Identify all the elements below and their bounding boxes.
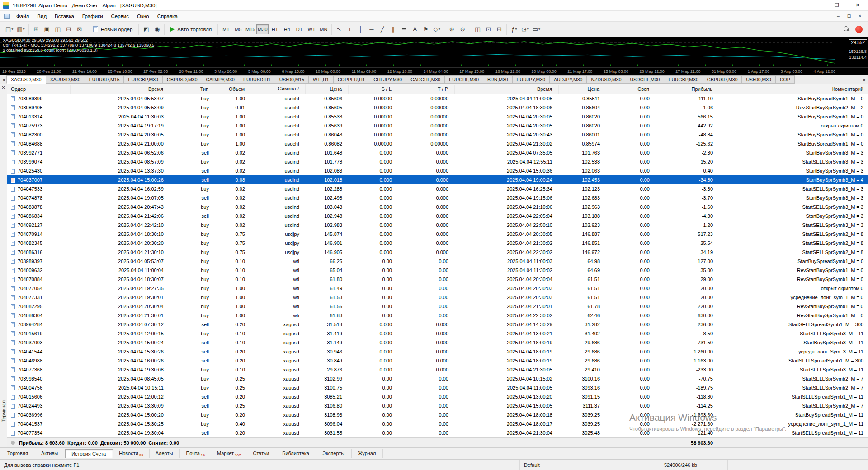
column-header-order[interactable]: Ордер (7, 85, 71, 94)
timeframe-mn[interactable]: MN (317, 24, 330, 34)
menu-view[interactable]: Вид (33, 12, 51, 21)
chart-canvas[interactable] (0, 37, 868, 67)
column-header-open-price[interactable]: Цена (306, 85, 349, 94)
chart-tab[interactable]: GBPUSD,M30 (163, 75, 202, 84)
table-row[interactable]: 703992771 2025.04.04 06:52:06 sell 0.02 … (7, 148, 868, 157)
trendline-button[interactable]: ╱ (377, 24, 388, 35)
text-button[interactable]: A (410, 24, 420, 35)
chart-tab[interactable]: US500,M30 (742, 75, 775, 84)
column-header-swap[interactable]: Своп (606, 85, 656, 94)
column-header-comment[interactable]: Комментарий (719, 85, 868, 94)
chart-tab[interactable]: CADCHF,M30 (406, 75, 445, 84)
column-header-volume[interactable]: Объем (215, 85, 251, 94)
chart-minimize-button[interactable]: – (833, 14, 844, 19)
menu-charts[interactable]: Графики (78, 12, 107, 21)
tab-alerts[interactable]: Алерты (150, 449, 180, 458)
table-row[interactable]: 704084688 2025.04.04 21:00:00 buy 1.00 u… (7, 139, 868, 148)
navigator-button[interactable]: ◫ (52, 24, 63, 35)
chart-tab[interactable]: XAUUSD,M30 (46, 75, 85, 84)
tab-scroll-right-icon[interactable]: ▶ (862, 75, 868, 84)
table-row[interactable]: 704077054 2025.04.04 19:27:35 buy 1.00 w… (7, 284, 868, 293)
chart-tab[interactable]: EURCHF,M30 (445, 75, 483, 84)
table-row[interactable]: 704036996 2025.04.04 15:00:20 buy 0.20 x… (7, 410, 868, 419)
table-row[interactable]: 704037007 2025.04.04 15:00:26 sell 0.08 … (7, 175, 868, 184)
fibonacci-button[interactable]: ≣ (399, 24, 410, 35)
table-row[interactable]: 703989397 2025.04.04 05:53:07 buy 0.10 w… (7, 257, 868, 266)
chart-tab[interactable]: BRN,M30 (483, 75, 513, 84)
timeframe-w1[interactable]: W1 (305, 24, 317, 34)
table-row[interactable]: 703989405 2025.04.04 05:53:09 buy 0.91 u… (7, 103, 868, 112)
tile-windows-button[interactable]: ◫ (472, 24, 483, 35)
tab-market[interactable]: Маркет107 (211, 449, 247, 458)
shapes-button[interactable]: ◇▾ (431, 24, 442, 35)
table-row[interactable]: 703989399 2025.04.04 05:53:07 buy 1.00 u… (7, 94, 868, 103)
timeframe-m30[interactable]: M30 (256, 24, 269, 34)
table-row[interactable]: 704037003 2025.04.04 15:00:24 sell 0.10 … (7, 338, 868, 347)
table-row[interactable]: 703998540 2025.04.04 08:45:05 buy 0.25 x… (7, 374, 868, 383)
chart-tab[interactable]: XAGUSD,M30 (6, 75, 46, 84)
chart-close-button[interactable]: ✕ (854, 14, 865, 19)
table-row[interactable]: 704077331 2025.04.04 19:30:01 buy 1.00 w… (7, 293, 868, 302)
templates-button[interactable]: ▭▾ (531, 24, 542, 35)
table-row[interactable]: 703994284 2025.04.04 07:30:12 sell 0.20 … (7, 320, 868, 329)
column-header-profit[interactable]: Прибыль (656, 85, 719, 94)
table-row[interactable]: 704025430 2025.04.04 13:37:30 sell 0.02 … (7, 166, 868, 175)
new-chart-button[interactable]: ▤▾ (4, 24, 15, 35)
table-row[interactable]: 704024493 2025.04.04 13:30:09 sell 0.25 … (7, 401, 868, 410)
column-header-type[interactable]: Тип (170, 85, 215, 94)
signals-button[interactable]: ◉ (151, 24, 162, 35)
chart-tab[interactable]: GBPUSD,M30 (703, 75, 742, 84)
tile-horizontal-button[interactable]: ⊟ (494, 24, 505, 35)
table-row[interactable]: 704070914 2025.04.04 18:30:10 buy 0.75 u… (7, 230, 868, 239)
chart-restore-button[interactable]: ⊡ (844, 14, 854, 19)
search-icon[interactable] (844, 26, 850, 33)
table-row[interactable]: 704086834 2025.04.04 21:42:06 sell 0.02 … (7, 212, 868, 221)
terminal-button[interactable]: ⊟ (63, 24, 74, 35)
table-row[interactable]: 704077368 2025.04.04 19:30:08 buy 0.10 x… (7, 365, 868, 374)
table-row[interactable]: 704082300 2025.04.04 20:30:05 buy 1.00 u… (7, 130, 868, 139)
table-row[interactable]: 704092127 2025.04.04 22:42:10 buy 0.02 u… (7, 221, 868, 230)
table-row[interactable]: 704004756 2025.04.04 10:15:11 buy 0.25 x… (7, 383, 868, 392)
profiles-button[interactable]: ▦▾ (15, 24, 26, 35)
market-watch-button[interactable]: ⊞ (31, 24, 42, 35)
restore-button[interactable]: ❐ (826, 0, 847, 11)
data-window-button[interactable]: ▣ (42, 24, 52, 35)
profile-selector[interactable]: Default (520, 460, 574, 470)
table-row[interactable]: 704013314 2025.04.04 11:30:03 buy 1.00 u… (7, 112, 868, 121)
table-row[interactable]: 704009632 2025.04.04 11:00:04 buy 0.10 w… (7, 266, 868, 275)
table-row[interactable]: 704070884 2025.04.04 18:30:07 buy 0.10 w… (7, 275, 868, 284)
vertical-line-button[interactable]: │ (355, 24, 366, 35)
table-row[interactable]: 704082295 2025.04.04 20:30:04 buy 1.00 w… (7, 302, 868, 311)
table-row[interactable]: 704041537 2025.04.04 15:30:25 buy 0.40 x… (7, 419, 868, 428)
cursor-button[interactable]: ↖ (334, 24, 344, 35)
timeframe-h4[interactable]: H4 (281, 24, 293, 34)
chart-tab[interactable]: EURUSD,H1 (239, 75, 275, 84)
table-row[interactable]: 704074878 2025.04.04 19:07:05 sell 0.02 … (7, 193, 868, 202)
metaeditor-button[interactable]: ◩ (141, 24, 151, 35)
menu-window[interactable]: Окно (133, 12, 153, 21)
close-button[interactable]: ✕ (847, 0, 868, 11)
timeframe-h1[interactable]: H1 (269, 24, 281, 34)
menu-file[interactable]: Файл (12, 12, 33, 21)
new-order-button[interactable]: Новый ордер (89, 24, 137, 35)
table-row[interactable]: 704075973 2025.04.04 19:17:19 buy 1.00 u… (7, 121, 868, 130)
label-flag-button[interactable]: ⚑ (420, 24, 431, 35)
chart-tab[interactable]: EURGBP,M30 (124, 75, 162, 84)
tab-trade[interactable]: Торговля (1, 449, 35, 458)
timeframe-d1[interactable]: D1 (293, 24, 305, 34)
periods-button[interactable]: ◷▾ (519, 24, 530, 35)
timeframe-m1[interactable]: M1 (220, 24, 232, 34)
column-header-sl[interactable]: S / L (349, 85, 398, 94)
tab-journal[interactable]: Журнал (352, 449, 383, 458)
indicators-button[interactable]: ƒ▾ (509, 24, 519, 35)
tab-account-history[interactable]: История Счета (65, 449, 113, 458)
chart-tab[interactable]: EURJPY,M30 (513, 75, 550, 84)
tab-library[interactable]: Библиотека (276, 449, 316, 458)
crosshair-button[interactable]: + (344, 24, 355, 35)
table-row[interactable]: 704083878 2025.04.04 20:47:43 buy 0.02 u… (7, 202, 868, 212)
mql5-community-icon[interactable] (855, 26, 863, 33)
menu-service[interactable]: Сервис (107, 12, 133, 21)
autotrade-button[interactable]: Авто-торговля (166, 24, 216, 35)
table-row[interactable]: 704077354 2025.04.04 19:30:04 sell 0.20 … (7, 428, 868, 437)
chart-tab[interactable]: US500,M15 (275, 75, 309, 84)
